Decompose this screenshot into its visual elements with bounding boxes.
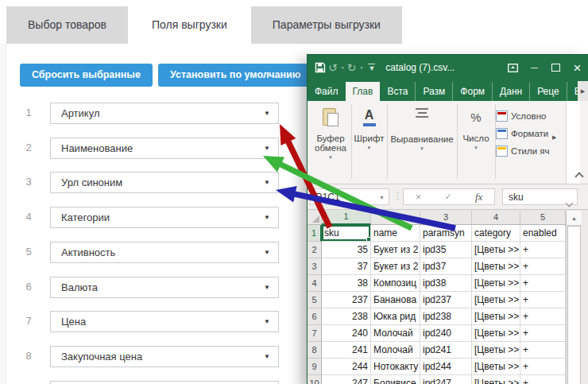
cell[interactable]: Букет из 2 xyxy=(371,242,420,258)
cell[interactable]: ipd247 xyxy=(420,375,472,384)
cell[interactable]: category xyxy=(472,225,520,242)
row-header[interactable]: 3 xyxy=(308,258,322,275)
row-header[interactable]: 4 xyxy=(308,275,322,292)
scrollbar-thumb[interactable] xyxy=(567,226,581,384)
cell[interactable]: 237 xyxy=(322,292,371,308)
redo-icon[interactable]: ↻ xyxy=(347,62,357,73)
cell[interactable]: 37 xyxy=(322,258,371,275)
ribbon-tab-formulas[interactable]: Форм xyxy=(453,82,493,101)
cell[interactable]: [Цветы >> xyxy=(472,292,520,308)
cell[interactable]: [Цветы >> xyxy=(472,242,520,258)
row-header[interactable]: 7 xyxy=(308,325,322,342)
cell[interactable]: Нотокакту xyxy=(371,359,420,375)
cell[interactable]: [Цветы >> xyxy=(472,308,520,325)
cell[interactable]: [Цветы >> xyxy=(472,258,520,275)
column-header[interactable]: 2 xyxy=(371,211,420,225)
cell[interactable]: Юкка рид xyxy=(371,308,420,325)
name-box[interactable]: R1C1 ▼ xyxy=(310,188,389,205)
cell[interactable]: enabled xyxy=(520,225,566,242)
formula-input[interactable]: sku xyxy=(502,188,578,205)
expand-formula-bar-icon[interactable] xyxy=(567,195,572,209)
save-icon[interactable] xyxy=(315,62,326,73)
cell[interactable]: Букет из 2 xyxy=(371,258,420,275)
cell[interactable]: + xyxy=(520,342,566,359)
cell[interactable]: + xyxy=(520,359,566,375)
field-dropdown[interactable]: Активность▼ xyxy=(50,242,279,263)
cell[interactable]: ipd38 xyxy=(420,275,472,292)
customize-qat-icon[interactable]: ▼ xyxy=(368,64,375,72)
cell[interactable]: Боливисе xyxy=(371,375,420,384)
column-header[interactable]: 3 xyxy=(420,211,472,225)
cell[interactable]: 38 xyxy=(322,275,371,292)
row-header[interactable]: 10 xyxy=(308,375,322,384)
insert-function-icon[interactable]: fx xyxy=(475,191,482,204)
row-header[interactable]: 9 xyxy=(308,359,322,375)
conditional-formatting-button[interactable]: Условно xyxy=(496,107,566,125)
ribbon-tab-file[interactable]: Файл xyxy=(308,82,346,101)
cell[interactable]: sku xyxy=(322,225,371,242)
undo-caret-icon[interactable]: ▼ xyxy=(341,65,345,70)
field-dropdown[interactable]: ▼ xyxy=(50,381,279,384)
ribbon-tab-layout[interactable]: Разм xyxy=(416,82,453,101)
cell[interactable]: ipd37 xyxy=(420,258,472,275)
minimize-button[interactable]: ─ xyxy=(524,55,545,80)
cell[interactable]: 238 xyxy=(322,308,371,325)
field-dropdown[interactable]: Закупочная цена▼ xyxy=(50,346,279,367)
field-dropdown[interactable]: Валюта▼ xyxy=(50,277,279,298)
cell[interactable]: [Цветы >> xyxy=(472,359,520,375)
ribbon-tab-review[interactable]: Реце xyxy=(530,82,567,101)
tab-product-selection[interactable]: Выбор товаров xyxy=(6,6,128,44)
cell[interactable]: 241 xyxy=(322,342,371,359)
ribbon-tab-home[interactable]: Глав xyxy=(346,82,381,101)
ribbon-tab-data[interactable]: Данн xyxy=(493,82,530,101)
field-dropdown[interactable]: Урл синоним▼ xyxy=(50,172,279,193)
scroll-up-icon[interactable]: ▲ xyxy=(567,211,582,226)
cell[interactable]: Композиц xyxy=(371,275,420,292)
cell[interactable]: + xyxy=(520,258,566,275)
ribbon-group[interactable]: %Число▼ xyxy=(458,106,494,150)
row-header[interactable]: 2 xyxy=(308,242,322,258)
cell[interactable]: [Цветы >> xyxy=(472,342,520,359)
cell[interactable]: ipd244 xyxy=(420,359,472,375)
field-dropdown[interactable]: Цена▼ xyxy=(50,311,279,332)
close-button[interactable]: × xyxy=(567,55,588,80)
set-default-button[interactable]: Установить по умолчанию xyxy=(158,64,312,87)
cell[interactable]: ipd241 xyxy=(420,342,472,359)
cell[interactable]: + xyxy=(520,375,566,384)
name-box-caret-icon[interactable]: ▼ xyxy=(379,195,385,200)
cell[interactable]: 240 xyxy=(322,325,371,342)
ribbon-tab-insert[interactable]: Вста xyxy=(380,82,416,101)
tab-export-fields[interactable]: Поля выгрузки xyxy=(130,6,249,44)
ribbon-group[interactable]: Выравнивание▼ xyxy=(388,106,456,151)
format-as-table-button[interactable]: Формати xyxy=(496,125,566,142)
row-header[interactable]: 5 xyxy=(308,292,322,308)
vertical-scrollbar[interactable]: ▲ xyxy=(566,211,582,384)
tab-export-params[interactable]: Параметры выгрузки xyxy=(251,6,402,44)
cell[interactable]: 244 xyxy=(322,359,371,375)
cell[interactable]: + xyxy=(520,325,566,342)
select-all-corner[interactable] xyxy=(308,211,322,225)
cell[interactable]: [Цветы >> xyxy=(472,375,520,384)
cell[interactable]: + xyxy=(520,242,566,258)
cell[interactable]: [Цветы >> xyxy=(472,275,520,292)
cell[interactable]: 247 xyxy=(322,375,371,384)
cell[interactable]: Молочай xyxy=(371,342,420,359)
cell[interactable]: ipd240 xyxy=(420,325,472,342)
field-dropdown[interactable]: Артикул▼ xyxy=(50,103,279,124)
enter-entry-icon[interactable]: ✓ xyxy=(444,192,451,202)
cancel-entry-icon[interactable]: × xyxy=(416,191,422,203)
row-header[interactable]: 8 xyxy=(308,342,322,359)
cell[interactable]: ipd35 xyxy=(420,242,472,258)
ribbon-display-options-icon[interactable] xyxy=(502,55,524,80)
column-header[interactable]: 4 xyxy=(472,211,520,225)
ribbon-group[interactable]: Буфер обмена▼ xyxy=(311,106,350,160)
cell[interactable]: 35 xyxy=(322,242,371,258)
column-header[interactable]: 1 xyxy=(322,211,371,225)
cell[interactable]: + xyxy=(520,308,566,325)
ribbon-group[interactable]: АШрифт▼ xyxy=(352,106,386,150)
cell[interactable]: Бананова xyxy=(371,292,420,308)
cell[interactable]: Молочай xyxy=(371,325,420,342)
cell[interactable]: paramsyn xyxy=(420,225,472,242)
maximize-button[interactable] xyxy=(545,55,567,80)
row-header[interactable]: 1 xyxy=(308,225,322,242)
